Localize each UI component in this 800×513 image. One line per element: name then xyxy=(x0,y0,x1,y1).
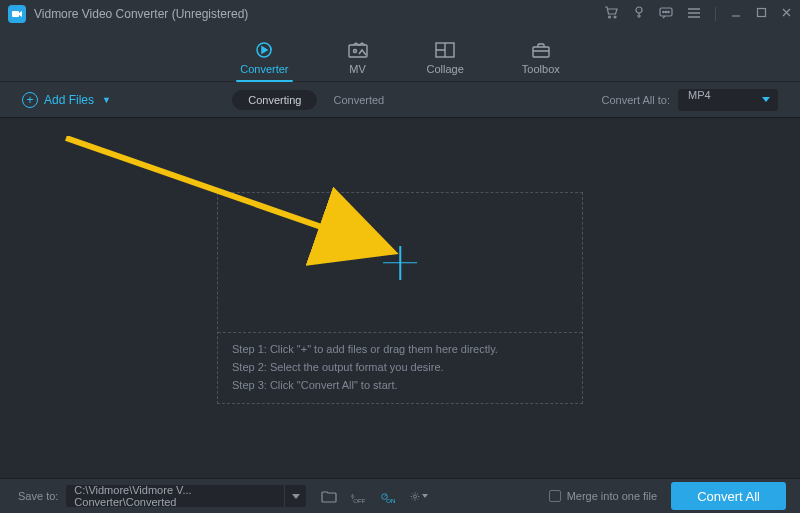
output-format-select[interactable]: MP4 xyxy=(678,89,778,111)
step-text: Step 2: Select the output format you des… xyxy=(232,361,568,373)
step-text: Step 3: Click "Convert All" to start. xyxy=(232,379,568,391)
title-bar: Vidmore Video Converter (Unregistered) xyxy=(0,0,800,28)
convert-all-button[interactable]: Convert All xyxy=(671,482,786,510)
close-button[interactable] xyxy=(781,7,792,21)
svg-point-6 xyxy=(665,11,666,12)
convert-all-label: Convert All xyxy=(697,489,760,504)
minimize-button[interactable] xyxy=(730,7,742,22)
format-value: MP4 xyxy=(688,89,711,101)
tab-label: MV xyxy=(349,63,366,75)
svg-point-2 xyxy=(614,16,616,18)
chevron-down-icon xyxy=(762,97,770,102)
cart-icon[interactable] xyxy=(604,6,619,22)
save-path-dropdown[interactable] xyxy=(284,485,306,507)
plus-icon: + xyxy=(22,92,38,108)
menu-icon[interactable] xyxy=(687,7,701,22)
tab-converter[interactable]: Converter xyxy=(240,41,288,81)
svg-point-11 xyxy=(353,50,356,53)
settings-icon[interactable] xyxy=(410,487,428,505)
tab-label: Converter xyxy=(240,63,288,75)
feedback-icon[interactable] xyxy=(659,7,673,22)
add-files-label: Add Files xyxy=(44,93,94,107)
collage-icon xyxy=(434,41,456,59)
mv-icon xyxy=(347,41,369,59)
convert-all-to-label: Convert All to: xyxy=(602,94,670,106)
main-tabs: Converter MV Collage Toolbox xyxy=(0,28,800,82)
footer: Save to: C:\Vidmore\Vidmore V... Convert… xyxy=(0,478,800,513)
tab-mv[interactable]: MV xyxy=(347,41,369,81)
svg-rect-8 xyxy=(758,9,766,17)
svg-point-1 xyxy=(609,16,611,18)
hardware-accel-off-icon[interactable]: OFF xyxy=(350,487,368,505)
high-speed-on-icon[interactable]: ON xyxy=(380,487,398,505)
svg-point-3 xyxy=(636,7,642,13)
separator xyxy=(715,7,716,21)
toolbar: + Add Files ▼ Converting Converted Conve… xyxy=(0,82,800,118)
subtabs: Converting Converted xyxy=(232,90,400,110)
key-icon[interactable] xyxy=(633,6,645,23)
add-files-button[interactable]: + Add Files ▼ xyxy=(22,92,111,108)
svg-rect-10 xyxy=(349,45,367,57)
step-text: Step 1: Click "+" to add files or drag t… xyxy=(232,343,568,355)
svg-point-5 xyxy=(663,11,664,12)
main-area: Step 1: Click "+" to add files or drag t… xyxy=(0,118,800,478)
svg-rect-0 xyxy=(12,11,19,17)
save-to-label: Save to: xyxy=(18,490,58,502)
subtab-converted[interactable]: Converted xyxy=(317,90,400,110)
chevron-down-icon: ▼ xyxy=(102,95,111,105)
dropzone[interactable]: Step 1: Click "+" to add files or drag t… xyxy=(217,192,583,404)
chevron-down-icon xyxy=(292,494,300,499)
add-plus-icon xyxy=(383,246,417,280)
save-path-field[interactable]: C:\Vidmore\Vidmore V... Converter\Conver… xyxy=(66,485,284,507)
dropzone-add-area[interactable] xyxy=(218,193,582,333)
maximize-button[interactable] xyxy=(756,7,767,21)
merge-label: Merge into one file xyxy=(567,490,658,502)
tab-toolbox[interactable]: Toolbox xyxy=(522,41,560,81)
toolbox-icon xyxy=(530,41,552,59)
tab-label: Toolbox xyxy=(522,63,560,75)
svg-rect-13 xyxy=(533,47,549,57)
converter-icon xyxy=(253,41,275,59)
window-title: Vidmore Video Converter (Unregistered) xyxy=(34,7,248,21)
svg-point-16 xyxy=(414,494,417,497)
dropzone-steps: Step 1: Click "+" to add files or drag t… xyxy=(218,333,582,403)
merge-checkbox[interactable]: Merge into one file xyxy=(549,490,658,502)
chevron-down-icon xyxy=(422,494,428,498)
svg-point-7 xyxy=(668,11,669,12)
save-path-value: C:\Vidmore\Vidmore V... Converter\Conver… xyxy=(74,484,276,508)
tab-collage[interactable]: Collage xyxy=(427,41,464,81)
open-folder-icon[interactable] xyxy=(320,487,338,505)
subtab-converting[interactable]: Converting xyxy=(232,90,317,110)
tab-label: Collage xyxy=(427,63,464,75)
app-logo-icon xyxy=(8,5,26,23)
checkbox-icon xyxy=(549,490,561,502)
